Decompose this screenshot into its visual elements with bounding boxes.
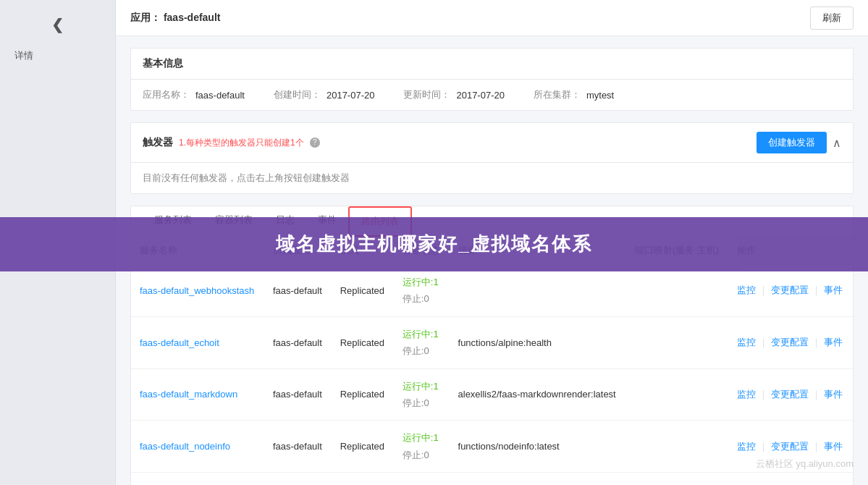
table-row: faas-default_webhookstash faas-default R…: [131, 265, 853, 317]
action-monitor[interactable]: 监控: [737, 388, 756, 401]
trigger-actions: 创建触发器 ∧: [757, 132, 841, 153]
header-bar: 应用： faas-default 刷新: [116, 0, 868, 36]
cell-port: [626, 368, 729, 421]
updated-value: 2017-07-20: [456, 90, 505, 101]
action-sep-2: ｜: [812, 440, 821, 453]
collapse-button[interactable]: ∧: [833, 136, 841, 150]
app-name-item: 应用名称： faas-default: [143, 88, 245, 101]
action-config[interactable]: 变更配置: [771, 440, 809, 453]
status-running: 运行中:1: [403, 378, 441, 395]
cell-image: [450, 265, 626, 317]
table-container: 服务名称 所属应用 模式 容器状态 镜像 端口映射(服务:主机) 操作 faas…: [131, 237, 853, 485]
service-table: 服务名称 所属应用 模式 容器状态 镜像 端口映射(服务:主机) 操作 faas…: [131, 237, 853, 485]
trigger-header: 触发器 1.每种类型的触发器只能创建1个 ? 创建触发器 ∧: [131, 123, 853, 163]
action-event[interactable]: 事件: [824, 284, 843, 297]
action-event[interactable]: 事件: [824, 336, 843, 349]
cell-actions: 监控 ｜ 变更配置 ｜ 事件: [728, 368, 853, 421]
status-stopped: 停止:0: [403, 447, 441, 463]
updated-label: 更新时间：: [403, 88, 450, 101]
cell-mode: Replicated: [332, 421, 394, 473]
cell-actions: 监控 ｜ 变更配置 ｜ 事件: [728, 473, 853, 485]
back-icon: ❮: [51, 16, 64, 33]
cell-app: faas-default: [264, 473, 332, 485]
app-name: faas-default: [164, 12, 221, 23]
table-row: faas-default_gateway faas-default Replic…: [131, 473, 853, 485]
trigger-empty-text: 目前没有任何触发器，点击右上角按钮创建触发器: [131, 163, 853, 193]
cell-service-name: faas-default_nodeinfo: [131, 421, 264, 473]
action-monitor[interactable]: 监控: [737, 336, 756, 349]
sidebar-item-detail[interactable]: 详情: [0, 42, 115, 69]
cluster-item: 所在集群： mytest: [534, 88, 614, 101]
watermark: 云栖社区 yq.aliyun.com: [756, 457, 854, 471]
status-running: 运行中:1: [403, 429, 441, 446]
app-title: 应用： faas-default: [130, 12, 220, 25]
action-monitor[interactable]: 监控: [737, 440, 756, 453]
cell-port: 8080:8080: [626, 473, 729, 485]
cell-service-name: faas-default_gateway: [131, 473, 264, 485]
action-sep-1: ｜: [759, 336, 768, 349]
cell-port: [626, 421, 729, 473]
cell-app: faas-default: [264, 316, 332, 368]
trigger-title: 触发器: [143, 136, 173, 149]
status-stopped: 停止:0: [403, 290, 441, 307]
cell-service-name: faas-default_echoit: [131, 316, 264, 368]
table-row: faas-default_nodeinfo faas-default Repli…: [131, 421, 853, 473]
trigger-card: 触发器 1.每种类型的触发器只能创建1个 ? 创建触发器 ∧ 目前没有任何触发器…: [130, 122, 854, 194]
service-name-link[interactable]: faas-default_nodeinfo: [140, 441, 230, 452]
cell-app: faas-default: [264, 368, 332, 421]
basic-info-card: 基本信息 应用名称： faas-default 创建时间： 2017-07-20…: [130, 48, 854, 111]
action-config[interactable]: 变更配置: [771, 388, 809, 401]
back-button[interactable]: ❮: [0, 7, 115, 42]
action-sep-2: ｜: [812, 388, 821, 401]
trigger-title-area: 触发器 1.每种类型的触发器只能创建1个 ?: [143, 136, 320, 149]
cluster-value: mytest: [586, 90, 614, 101]
cell-port: [626, 265, 729, 317]
cell-app: faas-default: [264, 265, 332, 317]
cell-app: faas-default: [264, 421, 332, 473]
action-sep-2: ｜: [812, 284, 821, 297]
service-name-link[interactable]: faas-default_webhookstash: [140, 285, 254, 296]
cell-mode: Replicated: [332, 473, 394, 485]
created-item: 创建时间： 2017-07-20: [274, 88, 375, 101]
service-name-link[interactable]: faas-default_echoit: [140, 337, 219, 348]
help-icon[interactable]: ?: [310, 138, 320, 148]
cell-image: functions/alpine:health: [450, 316, 626, 368]
cell-status: 运行中:1 停止:0: [394, 316, 450, 368]
app-name-value: faas-default: [195, 90, 245, 101]
action-event[interactable]: 事件: [824, 440, 843, 453]
refresh-button[interactable]: 刷新: [810, 7, 854, 30]
cell-image: functions/nodeinfo:latest: [450, 421, 626, 473]
created-label: 创建时间：: [274, 88, 321, 101]
action-sep-1: ｜: [759, 284, 768, 297]
cell-service-name: faas-default_markdown: [131, 368, 264, 421]
action-event[interactable]: 事件: [824, 388, 843, 401]
cell-actions: 监控 ｜ 变更配置 ｜ 事件: [728, 316, 853, 368]
cell-image: alexellis2/faas-markdownrender:latest: [450, 368, 626, 421]
action-config[interactable]: 变更配置: [771, 284, 809, 297]
cell-port: [626, 316, 729, 368]
action-sep-2: ｜: [812, 336, 821, 349]
cell-status: 运行中:1 停止:0: [394, 421, 450, 473]
status-stopped: 停止:0: [403, 342, 441, 359]
status-stopped: 停止:0: [403, 395, 441, 411]
status-running: 运行中:1: [403, 274, 441, 290]
action-monitor[interactable]: 监控: [737, 284, 756, 297]
cluster-label: 所在集群：: [534, 88, 581, 101]
cell-mode: Replicated: [332, 368, 394, 421]
cell-status: 运行中:1 停止:0: [394, 473, 450, 485]
basic-info-title: 基本信息: [131, 48, 853, 80]
cell-image: functions/gateway:0.5.6: [450, 473, 626, 485]
overlay-banner: 域名虚拟主机哪家好_虚拟域名体系: [0, 217, 868, 271]
created-value: 2017-07-20: [326, 90, 375, 101]
action-sep-1: ｜: [759, 440, 768, 453]
action-config[interactable]: 变更配置: [771, 336, 809, 349]
basic-info-row: 应用名称： faas-default 创建时间： 2017-07-20 更新时间…: [131, 80, 853, 110]
status-running: 运行中:1: [403, 326, 441, 342]
cell-mode: Replicated: [332, 265, 394, 317]
table-row: faas-default_markdown faas-default Repli…: [131, 368, 853, 421]
trigger-note: 1.每种类型的触发器只能创建1个: [179, 137, 304, 149]
cell-status: 运行中:1 停止:0: [394, 265, 450, 317]
create-trigger-button[interactable]: 创建触发器: [757, 132, 827, 153]
status-running: 运行中:1: [403, 481, 441, 485]
service-name-link[interactable]: faas-default_markdown: [140, 389, 237, 400]
